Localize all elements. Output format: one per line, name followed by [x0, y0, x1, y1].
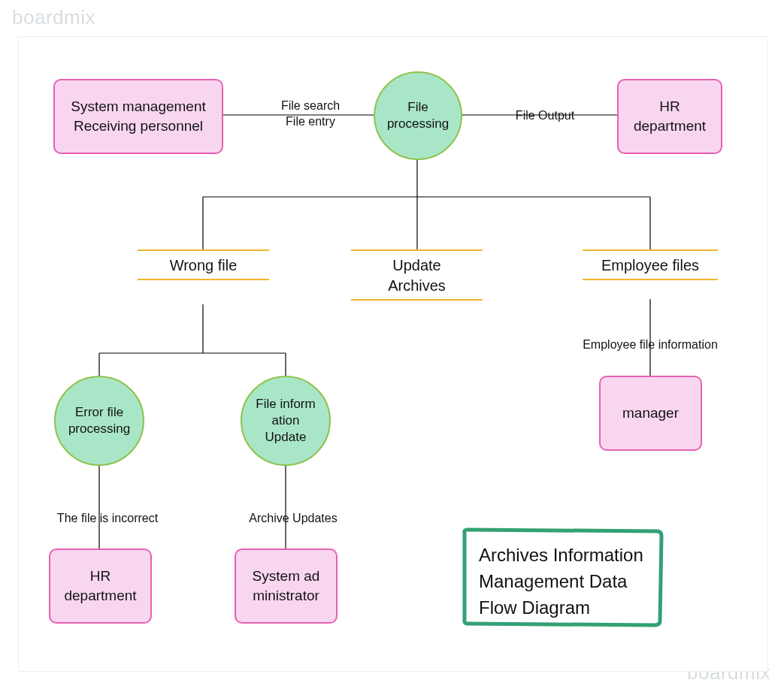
datastore-update-archives: UpdateArchives	[351, 249, 483, 301]
entity-system-administrator: System administrator	[235, 548, 338, 624]
entity-hr-department-top: HRdepartment	[617, 79, 722, 154]
edge-label-employee-file-info: Employee file information	[571, 337, 729, 353]
edge-label-file-search-entry: File searchFile entry	[265, 98, 356, 130]
diagram-canvas: boardmix boardmix System managementRecei…	[0, 0, 784, 689]
process-file-information-update: File informationUpdate	[241, 376, 331, 466]
datastore-employee-files: Employee files	[583, 249, 718, 280]
entity-manager: manager	[599, 376, 702, 451]
edge-label-file-incorrect: The file is incorrect	[44, 511, 171, 527]
process-file-processing: Fileprocessing	[374, 71, 462, 160]
diagram-title: Archives Information Management Data Flo…	[464, 530, 659, 627]
edge-label-file-output: File Output	[500, 108, 590, 124]
entity-system-management: System managementReceiving personnel	[53, 79, 223, 154]
watermark-top: boardmix	[12, 6, 95, 29]
process-error-file-processing: Error fileprocessing	[54, 376, 144, 466]
datastore-wrong-file: Wrong file	[138, 249, 269, 280]
edge-label-archive-updates: Archive Updates	[237, 511, 350, 527]
entity-hr-department-bottom: HRdepartment	[49, 548, 152, 624]
